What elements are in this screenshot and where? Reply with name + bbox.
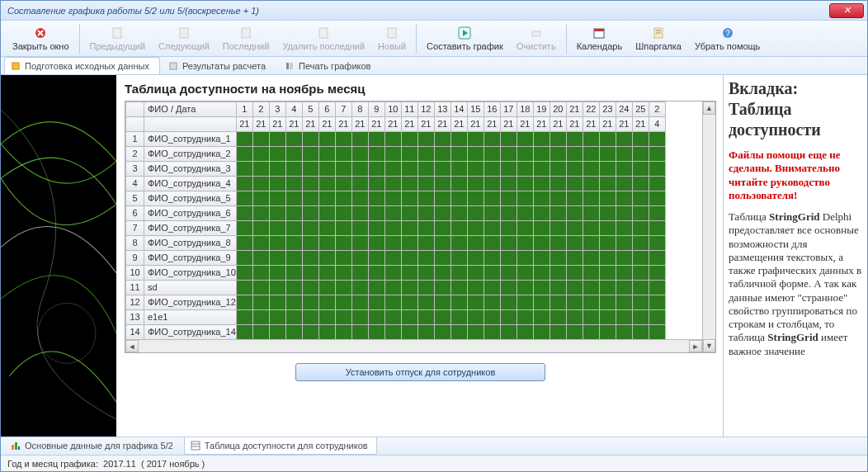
availability-cell[interactable] xyxy=(401,281,417,295)
availability-cell[interactable] xyxy=(252,236,269,251)
availability-cell[interactable] xyxy=(401,177,417,191)
inner-tab-0[interactable]: Основные данные для графика 5/2 xyxy=(4,437,182,455)
availability-cell[interactable] xyxy=(384,191,401,206)
availability-cell[interactable] xyxy=(649,325,665,340)
availability-cell[interactable] xyxy=(550,221,566,236)
availability-cell[interactable] xyxy=(616,310,632,325)
availability-cell[interactable] xyxy=(434,132,451,147)
availability-cell[interactable] xyxy=(269,236,285,251)
availability-cell[interactable] xyxy=(236,310,252,325)
availability-cell[interactable] xyxy=(318,132,335,147)
availability-cell[interactable] xyxy=(417,206,434,221)
availability-cell[interactable] xyxy=(632,295,649,310)
availability-cell[interactable] xyxy=(401,191,417,206)
row-name[interactable]: ФИО_сотрудника_5 xyxy=(144,191,237,206)
availability-cell[interactable] xyxy=(236,251,252,266)
availability-cell[interactable] xyxy=(517,147,533,162)
availability-cell[interactable] xyxy=(484,177,500,191)
availability-cell[interactable] xyxy=(550,162,566,177)
availability-cell[interactable] xyxy=(236,206,252,221)
availability-cell[interactable] xyxy=(583,281,599,295)
availability-cell[interactable] xyxy=(517,177,533,191)
availability-cell[interactable] xyxy=(368,132,384,147)
availability-cell[interactable] xyxy=(269,281,285,295)
availability-cell[interactable] xyxy=(285,132,302,147)
availability-cell[interactable] xyxy=(599,147,616,162)
availability-cell[interactable] xyxy=(269,177,285,191)
availability-cell[interactable] xyxy=(632,281,649,295)
availability-cell[interactable] xyxy=(517,191,533,206)
availability-cell[interactable] xyxy=(318,295,335,310)
availability-cell[interactable] xyxy=(649,266,665,281)
availability-cell[interactable] xyxy=(599,236,616,251)
availability-cell[interactable] xyxy=(451,251,467,266)
row-name[interactable]: sd xyxy=(144,281,237,295)
availability-cell[interactable] xyxy=(550,281,566,295)
availability-cell[interactable] xyxy=(351,206,368,221)
availability-cell[interactable] xyxy=(368,206,384,221)
availability-cell[interactable] xyxy=(384,310,401,325)
availability-cell[interactable] xyxy=(434,251,451,266)
availability-cell[interactable] xyxy=(484,310,500,325)
availability-cell[interactable] xyxy=(384,147,401,162)
availability-cell[interactable] xyxy=(335,251,351,266)
availability-cell[interactable] xyxy=(484,132,500,147)
availability-cell[interactable] xyxy=(566,281,583,295)
availability-cell[interactable] xyxy=(335,266,351,281)
availability-cell[interactable] xyxy=(533,206,550,221)
table-row[interactable]: 3ФИО_сотрудника_3 xyxy=(126,162,666,177)
availability-cell[interactable] xyxy=(616,236,632,251)
availability-cell[interactable] xyxy=(302,310,318,325)
availability-cell[interactable] xyxy=(517,295,533,310)
availability-cell[interactable] xyxy=(599,162,616,177)
availability-cell[interactable] xyxy=(302,206,318,221)
availability-cell[interactable] xyxy=(434,147,451,162)
availability-cell[interactable] xyxy=(533,191,550,206)
availability-cell[interactable] xyxy=(269,221,285,236)
availability-cell[interactable] xyxy=(451,177,467,191)
availability-cell[interactable] xyxy=(302,295,318,310)
availability-cell[interactable] xyxy=(318,281,335,295)
availability-cell[interactable] xyxy=(417,132,434,147)
prev-button[interactable]: Предыдущий xyxy=(83,25,152,53)
availability-cell[interactable] xyxy=(318,177,335,191)
availability-cell[interactable] xyxy=(583,147,599,162)
row-name[interactable]: ФИО_сотрудника_7 xyxy=(144,221,237,236)
availability-cell[interactable] xyxy=(583,162,599,177)
availability-cell[interactable] xyxy=(302,236,318,251)
availability-cell[interactable] xyxy=(252,221,269,236)
availability-cell[interactable] xyxy=(401,162,417,177)
availability-cell[interactable] xyxy=(285,162,302,177)
next-button[interactable]: Следующий xyxy=(152,25,216,53)
availability-cell[interactable] xyxy=(566,177,583,191)
availability-cell[interactable] xyxy=(302,177,318,191)
availability-cell[interactable] xyxy=(451,206,467,221)
availability-cell[interactable] xyxy=(285,295,302,310)
availability-cell[interactable] xyxy=(434,177,451,191)
availability-cell[interactable] xyxy=(616,162,632,177)
availability-cell[interactable] xyxy=(583,132,599,147)
availability-cell[interactable] xyxy=(417,281,434,295)
availability-cell[interactable] xyxy=(285,206,302,221)
availability-cell[interactable] xyxy=(484,206,500,221)
table-row[interactable]: 5ФИО_сотрудника_5 xyxy=(126,191,666,206)
table-row[interactable]: 7ФИО_сотрудника_7 xyxy=(126,221,666,236)
availability-cell[interactable] xyxy=(500,325,517,340)
availability-cell[interactable] xyxy=(269,206,285,221)
availability-cell[interactable] xyxy=(649,162,665,177)
availability-cell[interactable] xyxy=(550,206,566,221)
availability-cell[interactable] xyxy=(236,221,252,236)
availability-cell[interactable] xyxy=(335,281,351,295)
availability-cell[interactable] xyxy=(517,266,533,281)
availability-cell[interactable] xyxy=(368,236,384,251)
availability-cell[interactable] xyxy=(467,191,484,206)
set-vacation-button[interactable]: Установить отпуск для сотрудников xyxy=(295,363,545,381)
availability-cell[interactable] xyxy=(434,221,451,236)
grid-vertical-scrollbar[interactable]: ▲ ▼ xyxy=(702,101,715,352)
availability-cell[interactable] xyxy=(566,266,583,281)
availability-cell[interactable] xyxy=(649,310,665,325)
availability-cell[interactable] xyxy=(583,206,599,221)
availability-cell[interactable] xyxy=(318,191,335,206)
availability-cell[interactable] xyxy=(550,177,566,191)
availability-cell[interactable] xyxy=(302,132,318,147)
